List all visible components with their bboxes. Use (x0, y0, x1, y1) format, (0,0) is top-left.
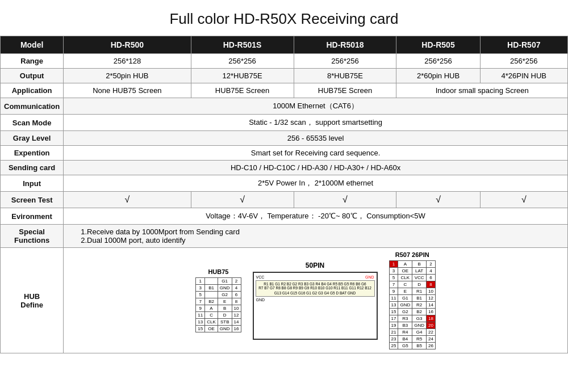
cell-scanmode: Static - 1/32 scan， support smartsetting (64, 115, 568, 131)
hub75-section: HUB75 1G12 3B1GND4 5G26 7B2E8 9AB10 11CD… (195, 268, 241, 332)
hub75-table: 1G12 3B1GND4 5G26 7B2E8 9AB10 11CD12 13C… (195, 277, 241, 332)
cell-output-r501s: 12*HUB75E (191, 69, 294, 83)
row-label-input: Input (1, 175, 64, 192)
table-row: Scan Mode Static - 1/32 scan， support sm… (1, 115, 568, 131)
cell-graylevel: 256 - 65535 level (64, 131, 568, 146)
table-row: Screen Test √ √ √ √ √ (1, 192, 568, 208)
r507-table: 1AB2 3OELAT4 5CLKVCC6 7CD8 9ER110 11G1B1… (389, 260, 436, 349)
row-label-output: Output (1, 69, 64, 83)
col-r507: HD-R507 (480, 36, 567, 54)
cell-output-r5018: 8*HUB75E (294, 69, 396, 83)
table-row: Range 256*128 256*256 256*256 256*256 25… (1, 54, 568, 69)
special-line2: 2.Dual 1000M port, auto identify (81, 236, 564, 245)
table-row: Input 2*5V Power In， 2*1000M ethernet (1, 175, 568, 192)
row-label-sendingcard: Sending card (1, 161, 64, 175)
row-label-application: Application (1, 83, 64, 98)
cell-special: 1.Receive data by 1000Mport from Sending… (64, 225, 568, 248)
page-title: Full color HD-R50X Receiving card (0, 0, 568, 36)
row-label-hub: HUB Define (1, 248, 64, 353)
cell-app-r505-507: Indoor small spacing Screen (396, 83, 568, 98)
row-label-special: Special Functions (1, 225, 64, 248)
cell-hub-diagram: HUB75 1G12 3B1GND4 5G26 7B2E8 9AB10 11CD… (64, 248, 568, 353)
table-row: Output 2*50pin HUB 12*HUB75E 8*HUB75E 2*… (1, 69, 568, 83)
special-line1: 1.Receive data by 1000Mport from Sending… (81, 227, 564, 236)
pin50-section: 50PIN VCC GND R1 B1 G1 R2 B2 G2 R3 B3 G3… (253, 262, 378, 340)
pin50-rows-block: R1 B1 G1 R2 B2 G2 R3 B3 G3 R4 B4 G4 R5 B… (256, 280, 375, 297)
cell-sendingcard: HD-C10 / HD-C10C / HD-A30 / HD-A30+ / HD… (64, 161, 568, 175)
table-row: Communication 1000M Ethernet（CAT6） (1, 98, 568, 115)
r507-section: R507 26PIN 1AB2 3OELAT4 5CLKVCC6 7CD8 9E… (389, 251, 436, 349)
row-label-evironment: Evironment (1, 208, 64, 225)
cell-expention: Smart set for Receiving card sequence. (64, 146, 568, 161)
pin50-inner-rows: VCC GND R1 B1 G1 R2 B2 G2 R3 B3 G3 R4 B4… (256, 275, 375, 302)
cell-range-r501s: 256*256 (191, 54, 294, 69)
cell-communication: 1000M Ethernet（CAT6） (64, 98, 568, 115)
row-label-communication: Communication (1, 98, 64, 115)
col-model: Model (1, 36, 64, 54)
pin50-diagram: VCC GND R1 B1 G1 R2 B2 G2 R3 B3 G3 R4 B4… (253, 272, 378, 340)
cell-output-r507: 4*26PIN HUB (480, 69, 567, 83)
pin50-top-labels: VCC GND (256, 275, 375, 280)
cell-screentest-r501s: √ (191, 192, 294, 208)
row-label-screentest: Screen Test (1, 192, 64, 208)
cell-range-r5018: 256*256 (294, 54, 396, 69)
main-table: Model HD-R500 HD-R501S HD-R5018 HD-R505 … (0, 36, 568, 353)
col-r5018: HD-R5018 (294, 36, 396, 54)
table-row: Evironment Voltage：4V-6V， Temperature： -… (1, 208, 568, 225)
cell-app-r5018: HUB75E Screen (294, 83, 396, 98)
cell-screentest-r5018: √ (294, 192, 396, 208)
cell-range-r507: 256*256 (480, 54, 567, 69)
r507-label: R507 26PIN (389, 251, 436, 258)
cell-screentest-r500: √ (64, 192, 191, 208)
col-r500: HD-R500 (64, 36, 191, 54)
row-label-range: Range (1, 54, 64, 69)
table-row: Expention Smart set for Receiving card s… (1, 146, 568, 161)
cell-output-r505: 2*60pin HUB (396, 69, 480, 83)
cell-evironment: Voltage：4V-6V， Temperature： -20℃~ 80℃， C… (64, 208, 568, 225)
cell-input: 2*5V Power In， 2*1000M ethernet (64, 175, 568, 192)
hub-diagram-container: HUB75 1G12 3B1GND4 5G26 7B2E8 9AB10 11CD… (67, 251, 564, 349)
cell-screentest-r507: √ (480, 192, 567, 208)
pin50-label: 50PIN (253, 262, 378, 269)
table-row: Gray Level 256 - 65535 level (1, 131, 568, 146)
col-r501s: HD-R501S (191, 36, 294, 54)
cell-app-r501s: HUB75E Screen (191, 83, 294, 98)
row-label-scanmode: Scan Mode (1, 115, 64, 131)
hub75-label: HUB75 (195, 268, 241, 275)
row-label-graylevel: Gray Level (1, 131, 64, 146)
table-row-hub: HUB Define HUB75 1G12 3B1GND4 5G26 7B2E8… (1, 248, 568, 353)
table-row: Sending card HD-C10 / HD-C10C / HD-A30 /… (1, 161, 568, 175)
cell-range-r500: 256*128 (64, 54, 191, 69)
table-row: Special Functions 1.Receive data by 1000… (1, 225, 568, 248)
cell-output-r500: 2*50pin HUB (64, 69, 191, 83)
cell-range-r505: 256*256 (396, 54, 480, 69)
col-r505: HD-R505 (396, 36, 480, 54)
cell-screentest-r505: √ (396, 192, 480, 208)
pin50-gnd-label: GND (256, 297, 375, 302)
row-label-expention: Expention (1, 146, 64, 161)
cell-app-r500: None HUB75 Screen (64, 83, 191, 98)
table-row: Application None HUB75 Screen HUB75E Scr… (1, 83, 568, 98)
